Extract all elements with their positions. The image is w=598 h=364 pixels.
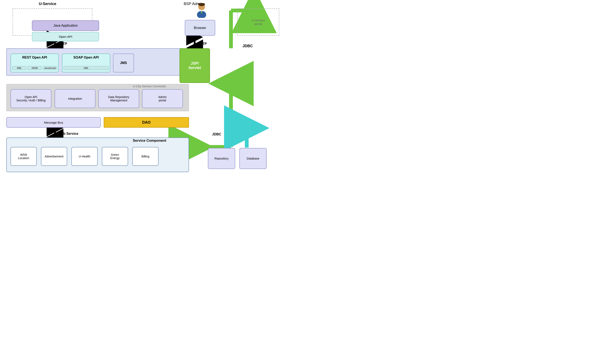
- message-bus-box: Message Bus: [6, 117, 101, 128]
- xml-tag-1: XML: [12, 66, 26, 70]
- billing-box: Billing: [132, 147, 158, 166]
- http-left-label: HTTP: [58, 42, 67, 46]
- jms-box: JMS: [113, 54, 134, 72]
- database-box: Database: [239, 148, 267, 169]
- jdbc-bottom-label-text: JDBC: [212, 132, 221, 136]
- conn-admin-box: Admin portal: [142, 89, 183, 108]
- uservice-label: U-Service: [39, 2, 56, 6]
- xml-tag-2: XML: [64, 66, 108, 70]
- conn-integration-box: Integration: [55, 89, 96, 108]
- uservice-portal-box: U-service portal: [237, 8, 279, 36]
- advertisement-box: Advertise­ment: [41, 147, 67, 166]
- http-right-label: HTTP: [198, 42, 207, 46]
- repository-box: Repository: [208, 148, 235, 169]
- bsp-admin-person-icon: [195, 3, 208, 18]
- dao-box: DAO: [104, 117, 189, 128]
- service-component-title: Service Component: [133, 139, 166, 143]
- connector-title: U-City Service Connector: [133, 85, 166, 88]
- wsn-location-box: WSN Location: [10, 147, 37, 166]
- js-tag: JavaScript: [43, 66, 57, 70]
- jsp-servlet-box: JSP/ Servlet: [180, 48, 210, 83]
- rest-open-api-box: REST Open API XML JSON JavaScript: [10, 54, 59, 72]
- u-health-box: U-Health: [71, 147, 98, 166]
- open-api-box: Open API: [32, 32, 99, 41]
- conn-open-api-box: Open API Security / Auth / Billing: [10, 89, 51, 108]
- java-application-box: Java Application: [32, 20, 99, 31]
- conn-data-repo-box: Data Repository Management: [98, 89, 139, 108]
- webservice-arrow-label: Web Service: [58, 132, 78, 135]
- json-tag: JSON: [27, 66, 42, 70]
- jdbc-right-label-text: JDBC: [242, 44, 253, 48]
- green-energy-box: Green Energy: [102, 147, 128, 166]
- browser-box: Browser: [185, 20, 215, 36]
- diagram-container: HTTP HTTP Web Service JDBC JDBC U-Servic…: [0, 0, 299, 182]
- soap-open-api-box: SOAP Open API XML: [62, 54, 110, 72]
- uservice-dashed-box: Java Application Open API: [13, 8, 92, 36]
